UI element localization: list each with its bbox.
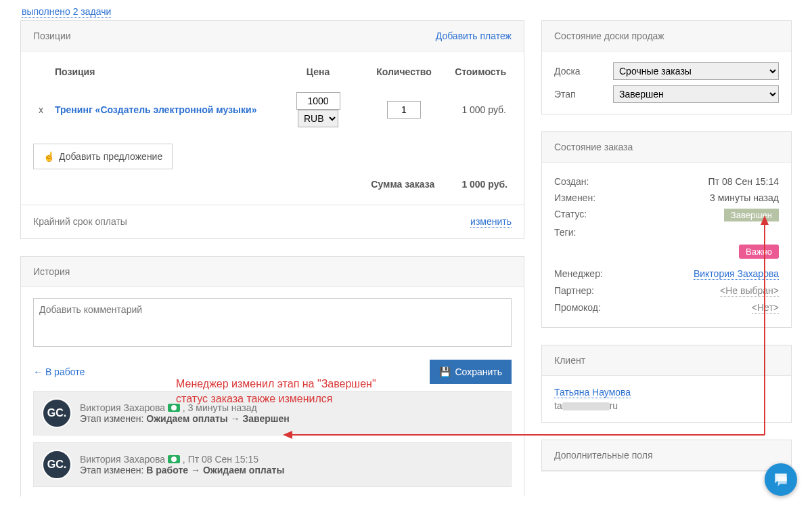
board-label: Доска [554, 66, 581, 77]
status-badge: Завершен [724, 209, 779, 221]
completed-tasks-link[interactable]: выполнено 2 задачи [22, 6, 111, 18]
hand-icon: ☝ [43, 151, 55, 162]
back-to-work-link[interactable]: ← В работе [33, 366, 85, 377]
currency-select[interactable]: RUB [298, 110, 338, 127]
add-offer-button[interactable]: ☝ Добавить предложение [33, 144, 173, 169]
entry-user: Виктория Захарова [80, 454, 165, 465]
col-position: Позиция [51, 64, 269, 87]
partner-value[interactable]: <Не выбран> [720, 285, 779, 297]
client-name-link[interactable]: Татьяна Наумова [554, 387, 631, 398]
position-row: x Тренинг «Создатель электронной музыки»… [35, 88, 510, 131]
save-button[interactable]: 💾 Сохранить [430, 360, 512, 384]
avatar: GC. [42, 450, 72, 480]
history-entry: GC. Виктория Захарова , 3 минуты назад Э… [33, 391, 512, 436]
created-value: Пт 08 Сен 15:14 [708, 176, 779, 187]
tag-badge[interactable]: Важно [739, 245, 779, 259]
money-icon [168, 455, 180, 463]
chat-widget-button[interactable] [765, 463, 797, 496]
client-panel: Клиент Татьяна Наумова taru [541, 345, 792, 423]
changed-value: 3 минуты назад [710, 192, 779, 203]
order-state-panel: Состояние заказа Создан:Пт 08 Сен 15:14 … [541, 131, 792, 328]
client-title: Клиент [554, 355, 585, 366]
board-select[interactable]: Срочные заказы [613, 62, 779, 80]
email-blurred [562, 402, 610, 410]
entry-time: 3 минуты назад [188, 402, 257, 413]
positions-title: Позиции [33, 30, 71, 41]
col-qty: Количество [367, 64, 441, 87]
chat-icon [772, 471, 790, 488]
sales-board-panel: Состояние доски продаж Доска Срочные зак… [541, 20, 792, 114]
promo-value[interactable]: <Нет> [752, 302, 779, 314]
history-title: История [33, 266, 70, 277]
item-cost: 1 000 руб. [443, 88, 510, 131]
remove-row-icon[interactable]: x [39, 104, 43, 115]
qty-input[interactable] [387, 101, 421, 119]
order-title: Состояние заказа [554, 142, 633, 152]
add-payment-link[interactable]: Добавить платеж [436, 30, 512, 41]
entry-time: Пт 08 Сен 15:15 [188, 454, 258, 465]
positions-panel: Позиции Добавить платеж Позиция Цена Кол… [20, 20, 524, 239]
col-cost: Стоимость [443, 64, 510, 87]
extra-fields-panel: Дополнительные поля [541, 440, 792, 471]
save-icon: 💾 [439, 366, 451, 377]
manager-link[interactable]: Виктория Захарова [694, 268, 779, 280]
item-link[interactable]: Тренинг «Создатель электронной музыки» [55, 104, 256, 115]
board-title: Состояние доски продаж [554, 30, 664, 41]
sum-value: 1 000 руб. [461, 179, 508, 190]
history-entry: GC. Виктория Захарова , Пт 08 Сен 15:15 … [33, 442, 512, 487]
extra-title: Дополнительные поля [554, 450, 653, 461]
deadline-label: Крайний срок оплаты [33, 216, 127, 228]
deadline-change-link[interactable]: изменить [470, 216, 512, 228]
col-price: Цена [271, 64, 365, 87]
avatar: GC. [42, 398, 72, 428]
sum-label: Сумма заказа [371, 179, 434, 190]
entry-user: Виктория Захарова [80, 402, 165, 413]
money-icon [168, 404, 180, 412]
comment-input[interactable] [33, 298, 512, 347]
history-panel: История ← В работе 💾 Сохранить GC. Викто… [20, 256, 524, 496]
stage-label: Этап [554, 89, 576, 100]
price-input[interactable] [296, 92, 340, 110]
stage-select[interactable]: Завершен [613, 85, 779, 103]
